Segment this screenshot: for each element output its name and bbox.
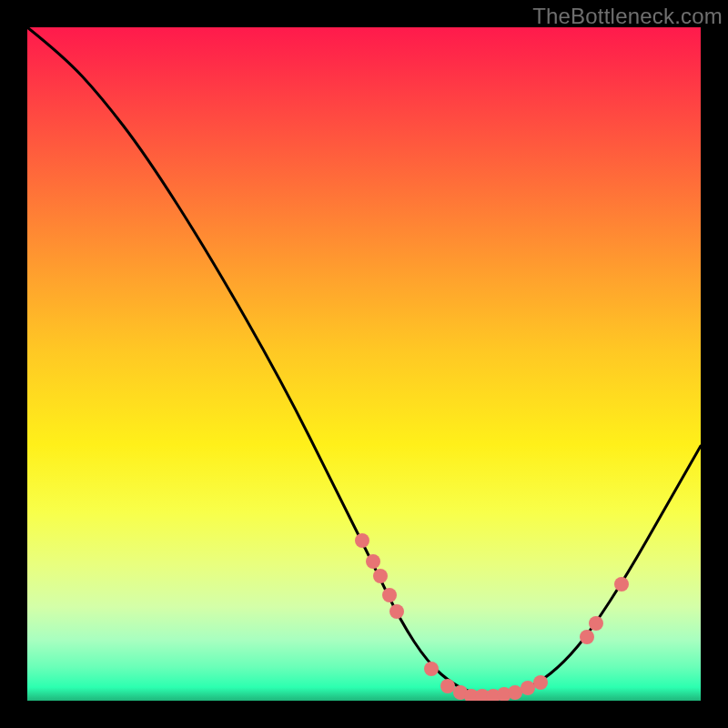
chart-marker (382, 588, 397, 602)
chart-marker (389, 604, 404, 619)
chart-marker (424, 662, 439, 676)
chart-marker (440, 679, 455, 693)
chart-marker (589, 616, 603, 631)
chart-frame (27, 27, 701, 701)
chart-marker (533, 675, 548, 690)
chart-svg (27, 27, 701, 701)
chart-marker (373, 569, 388, 583)
chart-marker (521, 681, 535, 695)
chart-marker (508, 685, 522, 700)
chart-curve (27, 27, 701, 696)
chart-marker (366, 554, 380, 569)
chart-markers (355, 533, 629, 701)
chart-marker (355, 533, 369, 548)
chart-marker (614, 577, 629, 592)
watermark-text: TheBottleneck.com (532, 4, 723, 29)
chart-marker (580, 630, 594, 644)
